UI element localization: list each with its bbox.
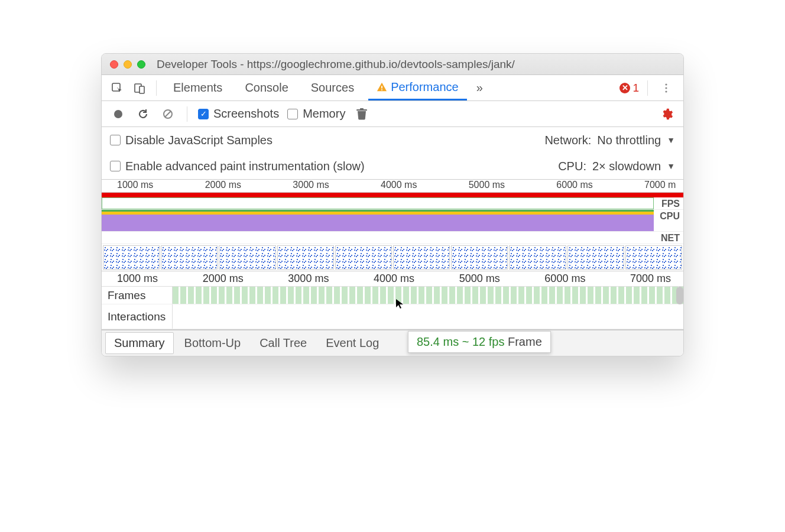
enable-paint-instrumentation-toggle[interactable]: Enable advanced paint instrumentation (s…	[110, 160, 365, 173]
titlebar: Developer Tools - https://googlechrome.g…	[102, 54, 683, 75]
screenshots-toggle[interactable]: Screenshots	[198, 107, 279, 121]
long-task-bar	[102, 193, 683, 197]
settings-gear-icon[interactable]	[659, 106, 675, 122]
screenshot-thumb[interactable]	[103, 245, 160, 270]
tab-console[interactable]: Console	[236, 75, 296, 100]
tab-sources[interactable]: Sources	[303, 75, 362, 100]
screenshot-thumb[interactable]	[219, 245, 275, 270]
checkbox-icon	[110, 161, 121, 171]
frame-tooltip: 85.4 ms ~ 12 fps Frame	[408, 331, 551, 353]
checkbox-icon	[287, 109, 298, 119]
checkbox-checked-icon	[198, 109, 209, 119]
screenshot-thumb[interactable]	[393, 245, 450, 270]
screenshot-thumb[interactable]	[277, 245, 334, 270]
devtools-tabs: Elements Console Sources Performance » ✕…	[102, 75, 683, 101]
cpu-throttle-select[interactable]: CPU: 2× slowdown ▼	[558, 160, 675, 173]
flamechart-tracks: Frames Interactions 85.4 ms ~ 12 fps Fra…	[102, 287, 683, 330]
error-badge[interactable]: ✕ 1	[619, 82, 639, 95]
screenshot-thumb[interactable]	[161, 245, 218, 270]
checkbox-icon	[110, 135, 121, 145]
perf-toolbar: Screenshots Memory	[102, 101, 683, 127]
svg-rect-11	[360, 108, 364, 110]
tabs-overflow-button[interactable]: »	[473, 75, 486, 100]
overview-ruler[interactable]: 1000 ms 2000 ms 3000 ms 4000 ms 5000 ms …	[102, 180, 683, 193]
clear-button[interactable]	[160, 106, 176, 122]
interactions-track[interactable]: Interactions 85.4 ms ~ 12 fps Frame	[102, 304, 683, 329]
error-icon: ✕	[619, 83, 630, 93]
screenshots-strip[interactable]	[102, 244, 683, 271]
screenshot-thumb[interactable]	[451, 245, 508, 270]
trash-button[interactable]	[353, 106, 370, 122]
chevron-down-icon: ▼	[667, 135, 675, 145]
tab-event-log[interactable]: Event Log	[317, 333, 387, 353]
screenshot-thumb[interactable]	[335, 245, 392, 270]
minimize-window-button[interactable]	[124, 60, 132, 69]
tab-performance[interactable]: Performance	[368, 75, 467, 100]
frames-track[interactable]: Frames	[102, 287, 683, 304]
device-toolbar-icon[interactable]	[131, 80, 148, 96]
window-title: Developer Tools - https://googlechrome.g…	[157, 58, 515, 71]
reload-button[interactable]	[135, 106, 151, 122]
chevron-down-icon: ▼	[667, 161, 675, 171]
capture-settings: Disable JavaScript Samples Network: No t…	[102, 127, 683, 180]
details-tabs: Summary Bottom-Up Call Tree Event Log	[102, 330, 683, 356]
zoom-window-button[interactable]	[137, 60, 145, 69]
tab-bottom-up[interactable]: Bottom-Up	[176, 333, 249, 353]
svg-rect-3	[381, 86, 382, 89]
svg-point-6	[665, 87, 667, 89]
svg-point-5	[665, 83, 667, 85]
devtools-window: Developer Tools - https://googlechrome.g…	[101, 53, 684, 356]
net-lane[interactable]: NET	[102, 232, 683, 244]
flamechart-ruler[interactable]: 1000 ms 2000 ms 3000 ms 4000 ms 5000 ms …	[102, 271, 683, 287]
warning-icon	[377, 82, 387, 92]
svg-rect-4	[381, 89, 382, 90]
tab-elements[interactable]: Elements	[165, 75, 231, 100]
svg-rect-2	[140, 86, 144, 93]
network-throttle-select[interactable]: Network: No throttling ▼	[544, 134, 675, 147]
inspect-element-icon[interactable]	[109, 80, 125, 96]
record-button[interactable]	[110, 106, 126, 122]
svg-point-8	[114, 110, 122, 118]
scrollbar-thumb[interactable]	[676, 287, 683, 304]
screenshot-thumb[interactable]	[625, 245, 682, 270]
more-menu-icon[interactable]	[656, 83, 676, 93]
svg-point-7	[665, 90, 667, 92]
tab-summary[interactable]: Summary	[105, 332, 174, 354]
screenshot-thumb[interactable]	[509, 245, 566, 270]
cpu-lane[interactable]: CPU	[102, 210, 683, 232]
disable-js-samples-toggle[interactable]: Disable JavaScript Samples	[110, 134, 273, 147]
fps-lane[interactable]: FPS	[102, 197, 683, 210]
close-window-button[interactable]	[110, 60, 118, 69]
traffic-lights	[110, 60, 145, 69]
screenshot-thumb[interactable]	[567, 245, 624, 270]
memory-toggle[interactable]: Memory	[287, 107, 345, 121]
tab-call-tree[interactable]: Call Tree	[251, 333, 315, 353]
